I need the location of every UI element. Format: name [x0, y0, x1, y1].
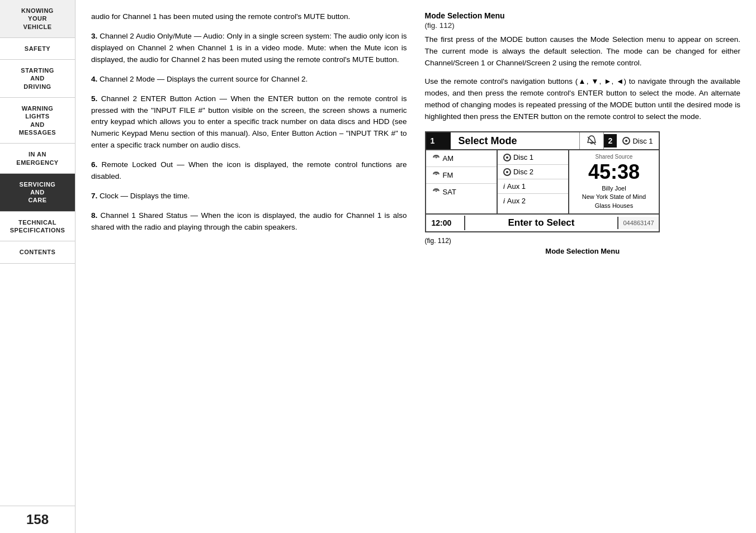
sidebar-item-warning-lights[interactable]: WARNING LIGHTS AND MESSAGES	[0, 98, 75, 144]
aux2-icon: i	[503, 197, 505, 205]
time-display: 45:38	[588, 161, 640, 183]
radio-wave-sat-icon	[432, 187, 441, 197]
option-sat[interactable]: SAT	[426, 184, 497, 200]
bell-icon	[579, 132, 604, 149]
disc1-icon	[503, 154, 511, 161]
track-album: Glass Houses	[582, 202, 646, 210]
mode-right-info: Shared Source 45:38 Billy Joel New York …	[569, 150, 658, 213]
page-number: 158	[0, 506, 75, 533]
section-body-2: Use the remote control's navigation butt…	[425, 76, 741, 123]
list-item-5: 5. Channel 2 ENTER Button Action — When …	[91, 93, 407, 152]
mode-left-options: AM FM	[426, 150, 498, 213]
channel-1-badge: 1	[426, 132, 451, 149]
disc-icon	[622, 137, 630, 145]
fig-title-bottom: Mode Selection Menu	[425, 247, 741, 255]
section-subtitle: (fig. 112)	[425, 21, 741, 30]
main-content: audio for Channel 1 has been muted using…	[75, 0, 756, 533]
disc1-label: Disc 1	[617, 135, 658, 147]
option-fm[interactable]: FM	[426, 167, 497, 184]
disc2-icon	[503, 168, 511, 176]
channel-2-badge: 2	[604, 134, 617, 147]
sidebar-item-contents[interactable]: CONTENTS	[0, 241, 75, 263]
option-am[interactable]: AM	[426, 150, 497, 167]
shared-source-label: Shared Source	[596, 154, 633, 160]
fig-caption-bottom: (fig. 112)	[425, 237, 741, 245]
mode-selection-diagram: 1 Select Mode	[425, 131, 660, 232]
svg-point-5	[435, 174, 436, 175]
option-disc1[interactable]: Disc 1	[498, 150, 568, 165]
option-aux1[interactable]: i Aux 1	[498, 179, 568, 194]
footer-time: 12:00	[426, 216, 465, 230]
section-body-1: The first press of the MODE button cause…	[425, 34, 741, 69]
radio-wave-fm-icon	[432, 170, 441, 180]
list-item-6: 6. Remote Locked Out — When the icon is …	[91, 159, 407, 183]
list-item-4: 4. Channel 2 Mode — Displays the current…	[91, 74, 407, 85]
mode-center-options: Disc 1 Disc 2 i Aux 1 i Aux 2	[498, 150, 569, 213]
sidebar-item-starting-and-driving[interactable]: STARTING AND DRIVING	[0, 60, 75, 98]
list-item-intro: audio for Channel 1 has been muted using…	[91, 11, 407, 23]
left-column: audio for Channel 1 has been muted using…	[91, 11, 407, 522]
sidebar-item-safety[interactable]: SAFETY	[0, 38, 75, 60]
aux1-icon: i	[503, 182, 505, 191]
footer-enter-to-select: Enter to Select	[465, 215, 618, 231]
sidebar-item-in-an-emergency[interactable]: IN AN EMERGENCY	[0, 144, 75, 174]
list-item-8: 8. Channel 1 Shared Status — When the ic…	[91, 210, 407, 234]
footer-code: 044863147	[617, 217, 658, 229]
track-title: New York State of Mind	[582, 193, 646, 201]
sidebar: KNOWING YOUR VEHICLE SAFETY STARTING AND…	[0, 0, 75, 533]
svg-point-6	[435, 191, 436, 192]
right-column: Mode Selection Menu (fig. 112) The first…	[425, 11, 741, 522]
option-disc2[interactable]: Disc 2	[498, 165, 568, 179]
sidebar-item-servicing-and-care[interactable]: SERVICING AND CARE	[0, 174, 75, 212]
section-title: Mode Selection Menu	[425, 11, 741, 20]
track-info: Billy Joel New York State of Mind Glass …	[582, 184, 646, 210]
radio-wave-am-icon	[432, 153, 441, 164]
sidebar-item-technical-specifications[interactable]: TECHNICAL SPECIFICATIONS	[0, 212, 75, 242]
select-mode-label: Select Mode	[451, 132, 579, 149]
channel-2-bar: 2 Disc 1	[604, 132, 659, 149]
mode-footer: 12:00 Enter to Select 044863147	[426, 213, 659, 231]
sidebar-item-knowing-your-vehicle[interactable]: KNOWING YOUR VEHICLE	[0, 0, 75, 38]
svg-point-4	[435, 157, 436, 158]
list-item-3: 3. Channel 2 Audio Only/Mute — Audio: On…	[91, 31, 407, 66]
option-aux2[interactable]: i Aux 2	[498, 194, 568, 208]
track-artist-name: Billy Joel	[582, 184, 646, 193]
list-item-7: 7. Clock — Displays the time.	[91, 191, 407, 202]
